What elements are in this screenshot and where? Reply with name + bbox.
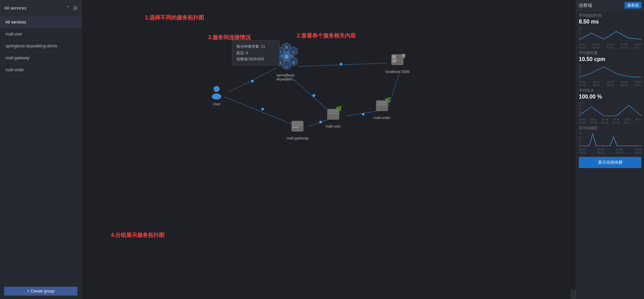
svg-rect-38 xyxy=(292,127,299,128)
sidebar-item-all-services[interactable]: All services xyxy=(0,16,82,28)
right-panel: 侦察端 服务端 平均响应时间 8.50 ms 10 8 6 4 2 xyxy=(576,0,644,299)
svg-point-27 xyxy=(214,86,220,92)
node-springboot[interactable]: springboot-skywalkin... xyxy=(270,72,301,81)
svg-point-11 xyxy=(319,121,322,123)
svg-text:⚙: ⚙ xyxy=(284,54,289,59)
right-panel-header: 侦察端 服务端 xyxy=(576,0,644,11)
metric-throughput: 平均吞吐量 10.50 cpm 15 12 9 6 0 19:4002-23 1… xyxy=(576,48,644,86)
svg-text:9: 9 xyxy=(579,71,580,73)
svg-rect-45 xyxy=(579,26,641,42)
svg-rect-31 xyxy=(392,60,397,61)
chart-sla-labels: 19:4002-23 19:4302-23 19:4602-23 19:4902… xyxy=(579,118,641,124)
node-mall-gateway-label: mall-gateway xyxy=(287,136,309,140)
node-user[interactable]: User xyxy=(208,84,225,106)
node-mall-order-label: mall-order xyxy=(374,116,391,120)
svg-rect-44 xyxy=(377,104,387,106)
annotation-4: 4.分组展示服务拓扑图 xyxy=(111,232,164,239)
metric-percentile: 百分比响应 20 15 10 5 0 19:4002-23 19:4402-23… xyxy=(576,123,644,153)
chart-response-time: 10 8 6 4 2 19:4002-23 19:4302-23 19:4602… xyxy=(579,26,641,47)
svg-rect-30 xyxy=(392,55,396,59)
node-mall-user[interactable]: 🌿 mall-user xyxy=(325,106,342,128)
svg-rect-32 xyxy=(392,61,396,62)
svg-point-9 xyxy=(340,63,342,65)
sidebar-header: All services ⌃ ⊞ xyxy=(0,0,82,16)
svg-point-10 xyxy=(312,94,315,97)
node-localhost-label: localhost:3306 xyxy=(385,70,410,74)
sidebar: All services ⌃ ⊞ All servicesmall-usersp… xyxy=(0,0,82,299)
user-icon xyxy=(208,84,225,101)
svg-line-1 xyxy=(225,97,297,126)
sidebar-item-mall-order[interactable]: mall-order xyxy=(0,64,82,76)
node-mall-user-label: mall-user xyxy=(325,124,341,128)
sidebar-item-mall-user[interactable]: mall-user xyxy=(0,28,82,40)
chart-response-time-labels: 19:4002-23 19:4302-23 19:4602-23 19:4902… xyxy=(579,43,641,49)
node-mall-gateway[interactable]: mall-gateway xyxy=(287,118,309,140)
svg-rect-41 xyxy=(328,113,338,114)
node-springboot-label: springboot-skywalkin... xyxy=(270,73,301,81)
svg-text:0: 0 xyxy=(579,144,580,146)
svg-text:6: 6 xyxy=(579,33,580,35)
svg-point-8 xyxy=(261,108,264,110)
right-panel-title: 侦察端 xyxy=(579,2,592,9)
sidebar-footer: + Create group xyxy=(0,283,82,299)
svg-point-12 xyxy=(362,113,365,116)
sidebar-item-springboot-skywalking-demo[interactable]: springboot-skywalking-demo xyxy=(0,40,82,52)
svg-text:100: 100 xyxy=(579,102,583,104)
svg-text:5: 5 xyxy=(579,141,580,144)
chart-sla: 100 80 60 40 0 19:4002-23 19:4302-23 19:… xyxy=(579,101,641,122)
topology-canvas[interactable]: 1.选择不同的服务拓扑图 2.查看单个服务相关内容 3.服务间连接情况 4.分组… xyxy=(82,0,571,299)
metric-throughput-value: 10.50 cpm xyxy=(579,56,641,62)
svg-text:8: 8 xyxy=(579,30,580,32)
svg-text:12: 12 xyxy=(579,68,582,70)
chart-throughput-labels: 19:4002-23 19:4302-23 19:4602-23 19:4902… xyxy=(579,80,641,87)
connections-svg xyxy=(82,0,571,299)
svg-text:2: 2 xyxy=(579,39,580,42)
node-mall-order[interactable]: 🌿 mall-order xyxy=(374,97,391,120)
svg-text:10: 10 xyxy=(579,27,582,29)
chart-percentile: 20 15 10 5 0 19:4002-23 19:4402-23 19:48… xyxy=(579,131,641,152)
metric-sla-label: 平均SLA xyxy=(579,88,641,93)
tooltip-popup: 每分钟请求量: 11 延迟: 0 侦察端:SERVER xyxy=(232,40,280,65)
sidebar-nav: All servicesmall-userspringboot-skywalki… xyxy=(0,16,82,283)
svg-text:⚙: ⚙ xyxy=(292,61,295,64)
svg-rect-71 xyxy=(579,131,641,147)
show-instance-button[interactable]: 展示实例依赖 xyxy=(579,157,641,168)
main-area: 1.选择不同的服务拓扑图 2.查看单个服务相关内容 3.服务间连接情况 4.分组… xyxy=(82,0,571,299)
chart-percentile-labels: 19:4002-23 19:4402-23 19:4802-23 19:5202… xyxy=(579,148,641,154)
tooltip-line3: 侦察端:SERVER xyxy=(236,56,275,62)
db-icon: ✎ xyxy=(389,51,406,68)
svg-text:15: 15 xyxy=(579,64,582,67)
svg-rect-37 xyxy=(292,124,303,126)
svg-text:6: 6 xyxy=(579,74,580,76)
node-localhost[interactable]: ✎ localhost:3306 xyxy=(385,51,410,74)
svg-text:4: 4 xyxy=(579,36,580,39)
annotation-2: 2.查看单个服务相关内容 xyxy=(297,32,356,40)
create-group-button[interactable]: + Create group xyxy=(4,287,77,296)
service-button[interactable]: 服务端 xyxy=(625,2,641,9)
sidebar-item-mall-gateway[interactable]: mall-gateway xyxy=(0,52,82,64)
svg-line-2 xyxy=(298,63,387,66)
metric-response-time-label: 平均响应时间 xyxy=(579,13,641,18)
svg-text:40: 40 xyxy=(579,111,582,113)
metric-sla: 平均SLA 100.00 % 100 80 60 40 0 19:4002-23… xyxy=(576,86,644,123)
layout-icon[interactable]: ⊞ xyxy=(73,5,77,11)
svg-point-7 xyxy=(251,80,254,83)
svg-rect-36 xyxy=(292,122,303,124)
collapse-panel-button[interactable]: ‹ xyxy=(571,290,576,299)
svg-text:20: 20 xyxy=(579,132,582,134)
sidebar-title: All services xyxy=(4,5,27,11)
svg-text:↩: ↩ xyxy=(285,65,288,69)
tooltip-line2: 延迟: 0 xyxy=(236,50,275,56)
svg-text:≡: ≡ xyxy=(292,50,294,54)
svg-point-28 xyxy=(212,93,221,100)
annotation-1: 1.选择不同的服务拓扑图 xyxy=(145,14,204,21)
svg-text:15: 15 xyxy=(579,135,582,137)
server-icon-gateway xyxy=(289,118,306,135)
metric-response-time: 平均响应时间 8.50 ms 10 8 6 4 2 19:4002-23 19:… xyxy=(576,11,644,48)
svg-text:10: 10 xyxy=(579,138,582,140)
chevron-up-icon[interactable]: ⌃ xyxy=(66,5,70,11)
metric-sla-value: 100.00 % xyxy=(579,94,641,100)
svg-text:60: 60 xyxy=(579,108,582,110)
tooltip-line1: 每分钟请求量: 11 xyxy=(236,43,275,50)
metric-percentile-label: 百分比响应 xyxy=(579,125,641,131)
